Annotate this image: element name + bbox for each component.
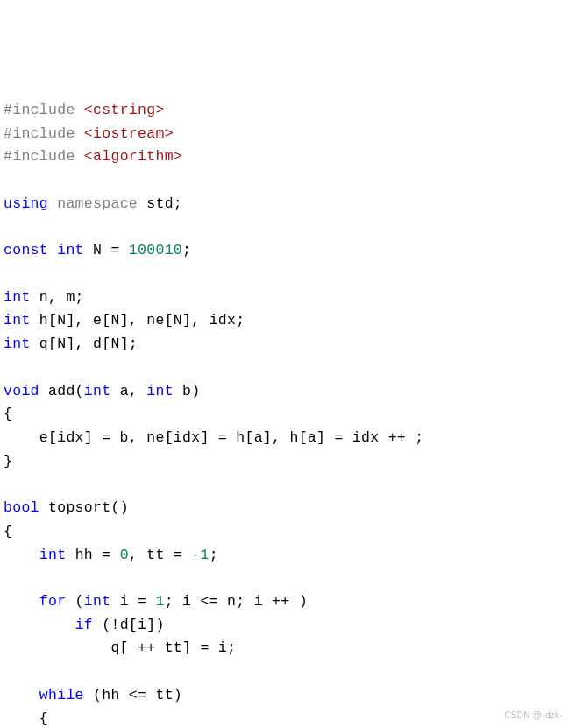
header-cstring: <cstring> — [84, 102, 165, 118]
n-val: 100010 — [129, 242, 182, 258]
lbrace: { — [4, 523, 12, 540]
int-kw: int — [4, 336, 31, 352]
if-kw: if — [75, 617, 93, 633]
using-line: using namespace std; — [4, 195, 182, 212]
const-line: const int N = 100010; — [4, 242, 191, 258]
func-sig: bool topsort() — [4, 499, 129, 516]
hash-include: #include — [4, 148, 75, 165]
n-decl: N = — [93, 242, 129, 258]
add-body: e[idx] = b, ne[idx] = h[a], h[a] = idx +… — [4, 429, 423, 446]
param-b: b) — [182, 383, 200, 399]
int-kw: int — [4, 289, 31, 306]
rbrace: } — [4, 453, 12, 470]
func-sig: void add(int a, int b) — [4, 383, 200, 399]
int-kw: int — [146, 383, 174, 399]
zero: 0 — [120, 547, 129, 563]
while-kw: while — [39, 687, 84, 703]
hash-include: #include — [4, 125, 75, 142]
tt-decl: , tt = — [129, 547, 191, 563]
decl-line: int q[N], d[N]; — [4, 336, 138, 352]
preproc-line: #include <iostream> — [4, 125, 174, 142]
q-assign: q[ ++ tt] = i; — [110, 640, 236, 656]
semi: ; — [209, 547, 218, 563]
if-cond: (!d[i]) — [93, 617, 165, 633]
const-kw: const — [4, 242, 48, 258]
int-kw: int — [84, 383, 111, 399]
code-block: #include <cstring> #include <iostream> #… — [4, 99, 564, 728]
arrays2: q[N], d[N]; — [39, 336, 138, 352]
lbrace: { — [4, 406, 12, 422]
for-var: i = — [120, 593, 156, 610]
std-ident: std; — [146, 195, 182, 212]
using-kw: using — [4, 195, 48, 212]
decl-line: int h[N], e[N], ne[N], idx; — [4, 312, 245, 329]
nm-decl: n, m; — [39, 289, 84, 306]
lbrace: { — [39, 710, 48, 727]
hash-include: #include — [4, 102, 75, 118]
preproc-line: #include <cstring> — [4, 102, 165, 118]
int-kw: int — [57, 242, 84, 258]
topsort-name: topsort() — [48, 499, 129, 516]
namespace-kw: namespace — [57, 195, 138, 212]
bool-kw: bool — [4, 499, 39, 516]
int-kw: int — [39, 547, 67, 563]
semi: ; — [182, 242, 191, 258]
int-kw: int — [4, 312, 31, 329]
preproc-line: #include <algorithm> — [4, 148, 182, 165]
arrays1: h[N], e[N], ne[N], idx; — [39, 312, 245, 329]
header-algorithm: <algorithm> — [84, 148, 182, 165]
void-kw: void — [4, 383, 39, 399]
for-cond: ; i <= n; i ++ ) — [165, 593, 308, 610]
while-cond: (hh <= tt) — [84, 687, 182, 703]
watermark-text: CSDN @-dzk- — [504, 709, 563, 723]
hh-decl: hh = — [75, 547, 120, 563]
param-a: a, — [120, 383, 147, 399]
one: 1 — [155, 593, 164, 610]
int-kw: int — [84, 593, 111, 610]
for-init: ( — [66, 593, 83, 610]
add-name: add( — [48, 383, 84, 399]
decl-line: int n, m; — [4, 289, 84, 306]
neg1: -1 — [191, 547, 209, 563]
for-kw: for — [39, 593, 67, 610]
header-iostream: <iostream> — [84, 125, 174, 142]
